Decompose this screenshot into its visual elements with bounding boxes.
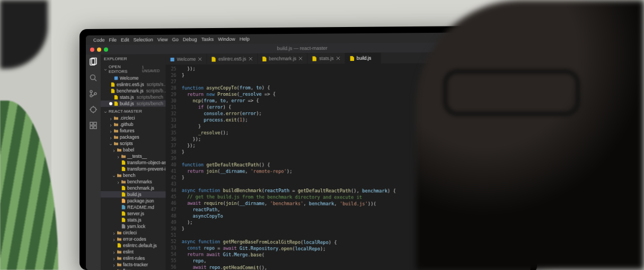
close-icon[interactable]: [249, 57, 253, 61]
tree-folder[interactable]: packages: [101, 134, 166, 140]
extensions-icon[interactable]: [89, 121, 98, 130]
activity-bar: [86, 55, 101, 270]
debug-icon[interactable]: [89, 105, 98, 114]
tree-folder[interactable]: scripts: [101, 140, 166, 147]
tree-label: .circleci: [120, 115, 135, 121]
tree-file[interactable]: eslintrc.default.js: [101, 242, 166, 249]
editor-tab[interactable]: build.js: [345, 52, 381, 64]
mac-menu-item[interactable]: File: [109, 37, 117, 42]
js-file-icon: [262, 56, 267, 61]
tree-folder[interactable]: benchmarks: [101, 178, 166, 185]
explorer-title: EXPLORER: [101, 54, 166, 62]
folder-icon: [117, 256, 121, 260]
zoom-window-icon[interactable]: [104, 48, 108, 52]
lock-icon: [121, 224, 126, 228]
editor-tab[interactable]: eslintrc.es5.js: [207, 53, 258, 65]
folder-icon: [114, 116, 118, 120]
tree-label: fixtures: [120, 128, 135, 133]
svg-point-7: [91, 107, 96, 112]
mac-menu-item[interactable]: Code: [93, 38, 105, 43]
js-icon: [121, 218, 126, 222]
open-editor-label: eslintrc.es5.js: [117, 82, 144, 87]
dirty-indicator-icon: [109, 102, 112, 105]
tree-label: error-codes: [123, 236, 146, 241]
tree-folder[interactable]: facts-tracker: [101, 261, 166, 268]
close-icon[interactable]: [298, 56, 303, 60]
editor-tab[interactable]: stats.js: [308, 53, 346, 64]
tree-folder[interactable]: circleci: [101, 229, 166, 236]
tree-file[interactable]: stats.js: [101, 217, 166, 223]
js-file-icon: [312, 56, 317, 61]
editor-tab[interactable]: Welcome: [166, 53, 207, 65]
open-editor-item[interactable]: stats.jsscripts/bench: [101, 94, 166, 100]
tree-file[interactable]: package.json: [101, 197, 166, 204]
close-icon[interactable]: [336, 56, 340, 60]
photo-scene: Code File Edit Selection View Go Debug T…: [0, 0, 644, 270]
close-icon[interactable]: [198, 57, 202, 61]
tree-label: README.md: [127, 204, 154, 210]
tree-folder[interactable]: error-codes: [101, 236, 166, 242]
open-editor-item[interactable]: Welcome: [101, 75, 166, 82]
tab-label: build.js: [357, 56, 371, 61]
tab-label: benchmark.js: [269, 56, 296, 61]
tree-file[interactable]: benchmark.js: [101, 185, 166, 191]
svg-rect-15: [94, 126, 96, 129]
explorer-icon[interactable]: [89, 58, 98, 66]
search-icon[interactable]: [89, 74, 98, 82]
mac-menu-item[interactable]: Edit: [121, 37, 129, 42]
tree-label: build.js: [127, 192, 142, 197]
tree-file[interactable]: transform-object-assi…: [101, 159, 166, 166]
tree-label: transform-object-assi…: [127, 160, 165, 165]
mac-menu-item[interactable]: Selection: [134, 37, 153, 42]
tree-folder[interactable]: flow: [101, 267, 166, 270]
chevron-right-icon: [112, 237, 116, 240]
svg-rect-17: [171, 57, 174, 61]
js-icon: [121, 186, 126, 190]
editor-tab[interactable]: benchmark.js: [258, 53, 308, 64]
mac-menu-item[interactable]: Window: [218, 37, 235, 42]
mac-menu-item[interactable]: View: [157, 37, 168, 42]
tree-folder[interactable]: eslint-rules: [101, 255, 166, 262]
mac-menu-item[interactable]: Go: [172, 37, 179, 42]
mac-menu-item[interactable]: Debug: [183, 37, 197, 42]
svg-point-2: [90, 75, 95, 79]
open-editor-label: Welcome: [120, 75, 138, 80]
tree-file[interactable]: README.md: [101, 204, 166, 211]
tree-folder[interactable]: bench: [101, 172, 166, 178]
svg-rect-12: [90, 122, 93, 125]
tree-folder[interactable]: __tests__: [101, 153, 166, 159]
minimize-window-icon[interactable]: [97, 48, 101, 52]
tree-label: stats.js: [127, 217, 142, 222]
svg-point-4: [90, 91, 92, 93]
chevron-right-icon: [117, 180, 120, 183]
mac-menu-item[interactable]: Help: [240, 37, 250, 42]
traffic-lights[interactable]: [86, 48, 112, 52]
tree-file[interactable]: transform-prevent-infi…: [101, 166, 166, 172]
open-editor-item[interactable]: eslintrc.es5.jsscripts/s…: [101, 81, 166, 88]
tree-file[interactable]: yarn.lock: [101, 223, 166, 230]
open-editor-label: build.js: [120, 101, 134, 106]
open-editor-item[interactable]: benchmark.jsscripts/b…: [101, 87, 166, 94]
tree-folder[interactable]: babel: [101, 147, 166, 153]
tree-folder[interactable]: fixtures: [101, 128, 166, 134]
tree-file[interactable]: server.js: [101, 210, 166, 217]
tree-folder[interactable]: .github: [101, 121, 166, 128]
svg-rect-14: [90, 126, 93, 129]
folder-icon: [114, 141, 118, 146]
md-icon: [121, 205, 126, 209]
open-editor-item[interactable]: build.jsscripts/bench: [101, 100, 166, 106]
chevron-down-icon: [112, 174, 116, 177]
tree-label: __tests__: [127, 154, 147, 159]
tree-folder[interactable]: eslint: [101, 248, 166, 255]
folder-icon: [117, 249, 121, 254]
plant-decoration: [0, 101, 58, 270]
project-header[interactable]: REACT-MASTER: [101, 107, 166, 115]
chevron-right-icon: [112, 250, 116, 253]
open-editors-header[interactable]: OPEN EDITORS 1 UNSAVED: [101, 62, 166, 75]
close-window-icon[interactable]: [90, 48, 94, 52]
tree-file[interactable]: build.js: [101, 191, 166, 197]
tree-folder[interactable]: .circleci: [101, 115, 166, 121]
source-control-icon[interactable]: [89, 89, 98, 98]
mac-menu-item[interactable]: Tasks: [201, 37, 214, 42]
tree-label: benchmarks: [127, 179, 152, 184]
